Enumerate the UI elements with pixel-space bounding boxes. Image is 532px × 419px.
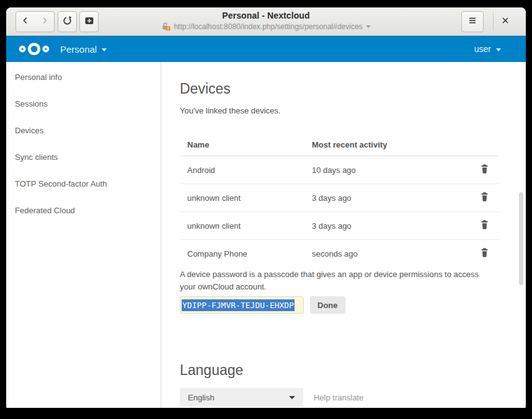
new-tab-button[interactable] xyxy=(79,11,99,32)
nextcloud-header: Personal user xyxy=(6,36,526,62)
close-icon xyxy=(501,16,510,27)
device-name: Android xyxy=(180,156,304,184)
device-name: unknown client xyxy=(180,184,304,212)
device-activity: 3 days ago xyxy=(304,184,462,212)
devices-subtitle: You've linked these devices. xyxy=(180,106,526,115)
sidebar-item-sync-clients[interactable]: Sync clients xyxy=(6,144,161,170)
table-row: unknown client 3 days ago xyxy=(180,184,499,212)
nextcloud-logo[interactable] xyxy=(17,40,51,58)
scrollbar-thumb[interactable] xyxy=(519,192,523,285)
done-button[interactable]: Done xyxy=(310,296,345,314)
user-menu[interactable]: user xyxy=(474,44,501,54)
app-menu[interactable]: Personal xyxy=(60,44,107,55)
device-activity: 3 days ago xyxy=(304,212,462,240)
column-header-activity: Most recent activity xyxy=(304,134,462,156)
url-text: http://localhost:8080/index.php/settings… xyxy=(174,22,362,31)
forward-button[interactable] xyxy=(35,11,55,32)
back-button[interactable] xyxy=(16,11,35,32)
url-dropdown-caret-icon xyxy=(366,25,371,28)
sidebar-item-totp-second-factor-auth[interactable]: TOTP Second-factor Auth xyxy=(6,170,161,197)
column-header-actions xyxy=(462,134,499,156)
reload-icon xyxy=(62,15,73,29)
menu-button[interactable] xyxy=(461,11,484,32)
select-caret-icon xyxy=(289,396,295,399)
sidebar-item-federated-cloud[interactable]: Federated Cloud xyxy=(6,197,161,224)
sidebar-item-sessions[interactable]: Sessions xyxy=(6,90,161,117)
help-translate-link[interactable]: Help translate xyxy=(314,393,363,402)
hamburger-icon xyxy=(468,15,477,28)
insecure-lock-icon xyxy=(161,22,171,31)
table-row: unknown client 3 days ago xyxy=(180,212,499,240)
titlebar-separator xyxy=(493,12,494,31)
language-section-title: Language xyxy=(180,362,526,379)
column-header-name: Name xyxy=(180,134,304,156)
new-tab-icon xyxy=(84,16,94,28)
chevron-right-icon xyxy=(40,15,50,28)
table-row: Android 10 days ago xyxy=(180,156,499,184)
chevron-left-icon xyxy=(20,15,30,28)
device-password-row: YDIPP-FJMVR-TEJDU-EHXDP Done xyxy=(180,296,526,314)
address-bar[interactable]: http://localhost:8080/index.php/settings… xyxy=(105,22,427,31)
settings-sidebar: Personal info Sessions Devices Sync clie… xyxy=(6,62,161,408)
delete-device-icon[interactable] xyxy=(480,164,489,174)
device-name: Company Phone xyxy=(180,240,304,268)
language-selected-value: English xyxy=(188,393,215,402)
reload-button[interactable] xyxy=(58,11,77,32)
titlebar: Personal - Nextcloud http://localhost:80… xyxy=(6,7,526,36)
delete-device-icon[interactable] xyxy=(480,192,489,202)
device-activity: 10 days ago xyxy=(304,156,462,184)
devices-section-title: Devices xyxy=(180,81,526,97)
language-select[interactable]: English xyxy=(180,388,303,407)
table-header-row: Name Most recent activity xyxy=(180,134,499,156)
window-title: Personal - Nextcloud xyxy=(105,11,427,20)
device-name: unknown client xyxy=(180,212,304,240)
device-password-value: YDIPP-FJMVR-TEJDU-EHXDP xyxy=(182,299,295,311)
device-password-input[interactable]: YDIPP-FJMVR-TEJDU-EHXDP xyxy=(180,296,304,314)
sidebar-item-personal-info[interactable]: Personal info xyxy=(6,64,161,90)
user-menu-label: user xyxy=(474,44,491,54)
settings-page: Personal info Sessions Devices Sync clie… xyxy=(6,62,526,408)
delete-device-icon[interactable] xyxy=(480,219,489,230)
app-menu-label: Personal xyxy=(60,44,97,55)
delete-device-icon[interactable] xyxy=(480,247,489,258)
devices-table: Name Most recent activity Android 10 day… xyxy=(180,134,499,267)
sidebar-item-devices[interactable]: Devices xyxy=(6,117,161,144)
settings-content: Devices You've linked these devices. Nam… xyxy=(161,62,526,408)
browser-window: Personal - Nextcloud http://localhost:80… xyxy=(6,7,526,408)
table-row: Company Phone seconds ago xyxy=(180,240,499,268)
app-menu-caret-icon xyxy=(102,48,107,51)
language-row: English Help translate xyxy=(180,388,526,407)
device-activity: seconds ago xyxy=(304,240,462,268)
device-password-note: A device password is a passcode that giv… xyxy=(180,268,488,293)
close-window-button[interactable] xyxy=(500,16,511,27)
window-title-block: Personal - Nextcloud http://localhost:80… xyxy=(105,11,427,31)
user-menu-caret-icon xyxy=(496,48,501,51)
